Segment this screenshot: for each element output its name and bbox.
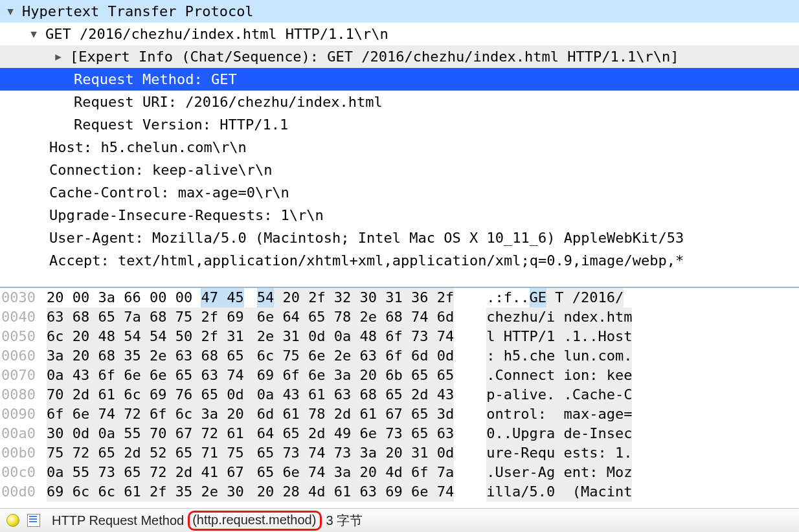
hex-row[interactable]: 008070 2d 61 6c 69 76 65 0d0a 43 61 63 6… [0,385,799,405]
packet-details-pane[interactable]: Hypertext Transfer Protocol GET /2016/ch… [0,0,799,287]
hex-offset: 00b0 [0,443,40,463]
expand-icon[interactable] [4,5,17,17]
request-uri-label: Request URI: /2016/chezhu/index.html [74,94,383,110]
hex-bytes: 6f 6e 74 72 6f 6c 3a 206d 61 78 2d 61 67… [40,405,454,424]
hex-bytes: 20 00 3a 66 00 00 47 4554 20 2f 32 30 31… [40,288,454,307]
app-window: Hypertext Transfer Protocol GET /2016/ch… [0,0,799,532]
hex-bytes: 63 68 65 7a 68 75 2f 696e 64 65 78 2e 68… [40,307,454,327]
hex-ascii: illa/5.0 (Macint [454,482,632,502]
packet-bytes-pane[interactable]: 003020 00 3a 66 00 00 47 4554 20 2f 32 3… [0,287,799,508]
hex-offset: 0030 [0,288,40,307]
accept-label: Accept: text/html,application/xhtml+xml,… [49,252,684,269]
hex-bytes: 3a 20 68 35 2e 63 68 656c 75 6e 2e 63 6f… [40,346,454,366]
hex-ascii: .Connect ion: kee [454,366,632,385]
hex-offset: 0090 [0,405,40,424]
hex-offset: 0050 [0,327,40,346]
hex-bytes: 0a 55 73 65 72 2d 41 6765 6e 74 3a 20 4d… [40,463,454,482]
hex-ascii: chezhu/i ndex.htm [454,307,632,327]
user-agent-label: User-Agent: Mozilla/5.0 (Macintosh; Inte… [49,230,684,246]
hex-row[interactable]: 003020 00 3a 66 00 00 47 4554 20 2f 32 3… [0,288,799,307]
expand-icon[interactable] [52,50,65,63]
hex-row[interactable]: 00700a 43 6f 6e 6e 65 63 7469 6f 6e 3a 2… [0,366,799,385]
host-row[interactable]: Host: h5.chelun.com\r\n [0,136,799,159]
hex-ascii: ure-Requ ests: 1. [454,443,632,463]
status-field-name: (http.request.method) [188,511,322,531]
request-uri-row[interactable]: Request URI: /2016/chezhu/index.html [0,91,799,113]
hex-row[interactable]: 004063 68 65 7a 68 75 2f 696e 64 65 78 2… [0,307,799,327]
status-field-label: HTTP Request Method [52,513,184,528]
request-version-row[interactable]: Request Version: HTTP/1.1 [0,113,799,136]
hex-ascii: .:f..GE T /2016/ [454,288,624,307]
hex-ascii: : h5.che lun.com. [454,346,632,366]
expand-icon[interactable] [27,28,40,40]
hex-offset: 0060 [0,346,40,366]
hex-row[interactable]: 00d069 6c 6c 61 2f 35 2e 3020 28 4d 61 6… [0,482,799,502]
host-label: Host: h5.chelun.com\r\n [49,139,247,155]
hex-offset: 00a0 [0,424,40,443]
request-line-label: GET /2016/chezhu/index.html HTTP/1.1\r\n [45,26,388,42]
hex-bytes: 70 2d 61 6c 69 76 65 0d0a 43 61 63 68 65… [40,385,454,405]
cache-control-label: Cache-Control: max-age=0\r\n [49,184,289,201]
hex-offset: 00d0 [0,482,40,502]
status-bytes: 3 字节 [326,512,363,529]
connection-row[interactable]: Connection: keep-alive\r\n [0,159,799,181]
hex-bytes: 0a 43 6f 6e 6e 65 63 7469 6f 6e 3a 20 6b… [40,366,454,385]
upgrade-row[interactable]: Upgrade-Insecure-Requests: 1\r\n [0,204,799,227]
annotation-icon[interactable] [27,514,40,527]
request-method-row[interactable]: Request Method: GET [0,68,799,91]
hex-row[interactable]: 00603a 20 68 35 2e 63 68 656c 75 6e 2e 6… [0,346,799,366]
cache-control-row[interactable]: Cache-Control: max-age=0\r\n [0,181,799,204]
user-agent-row[interactable]: User-Agent: Mozilla/5.0 (Macintosh; Inte… [0,227,799,249]
hex-row[interactable]: 00b075 72 65 2d 52 65 71 7565 73 74 73 3… [0,443,799,463]
hex-ascii: .User-Ag ent: Moz [454,463,632,482]
request-line-row[interactable]: GET /2016/chezhu/index.html HTTP/1.1\r\n [0,23,799,45]
expert-led-icon[interactable] [6,514,19,527]
connection-label: Connection: keep-alive\r\n [49,162,272,178]
hex-row[interactable]: 00906f 6e 74 72 6f 6c 3a 206d 61 78 2d 6… [0,405,799,424]
protocol-label: Hypertext Transfer Protocol [22,3,254,19]
hex-bytes: 6c 20 48 54 54 50 2f 312e 31 0d 0a 48 6f… [40,327,454,346]
hex-ascii: 0..Upgra de-Insec [454,424,632,443]
hex-bytes: 69 6c 6c 61 2f 35 2e 3020 28 4d 61 63 69… [40,482,454,502]
hex-bytes: 75 72 65 2d 52 65 71 7565 73 74 73 3a 20… [40,443,454,463]
request-method-label: Request Method: GET [74,71,237,87]
hex-row[interactable]: 00a030 0d 0a 55 70 67 72 6164 65 2d 49 6… [0,424,799,443]
hex-row[interactable]: 00c00a 55 73 65 72 2d 41 6765 6e 74 3a 2… [0,463,799,482]
hex-bytes: 30 0d 0a 55 70 67 72 6164 65 2d 49 6e 73… [40,424,454,443]
accept-row[interactable]: Accept: text/html,application/xhtml+xml,… [0,249,799,272]
protocol-root-row[interactable]: Hypertext Transfer Protocol [0,0,799,23]
hex-row[interactable]: 00506c 20 48 54 54 50 2f 312e 31 0d 0a 4… [0,327,799,346]
request-version-label: Request Version: HTTP/1.1 [74,116,288,133]
hex-ascii: l HTTP/1 .1..Host [454,327,632,346]
hex-ascii: ontrol: max-age= [454,405,632,424]
status-bar: HTTP Request Method (http.request.method… [0,508,799,532]
hex-offset: 0070 [0,366,40,385]
expert-info-row[interactable]: [Expert Info (Chat/Sequence): GET /2016/… [0,45,799,68]
hex-offset: 0040 [0,307,40,327]
hex-offset: 00c0 [0,463,40,482]
upgrade-label: Upgrade-Insecure-Requests: 1\r\n [49,207,324,223]
hex-ascii: p-alive. .Cache-C [454,385,632,405]
expert-info-label: [Expert Info (Chat/Sequence): GET /2016/… [70,49,679,65]
hex-offset: 0080 [0,385,40,405]
